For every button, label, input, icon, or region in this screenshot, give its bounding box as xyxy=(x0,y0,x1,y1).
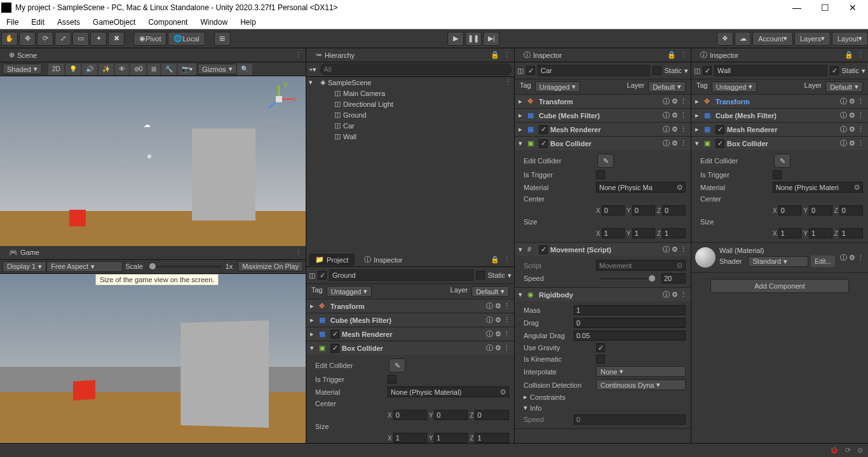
menu-help[interactable]: Help xyxy=(234,15,262,29)
fx-toggle[interactable]: ✨ xyxy=(98,64,114,75)
axis-gizmo[interactable]: y x xyxy=(260,80,298,118)
edit-collider-button[interactable]: ✎ xyxy=(774,154,790,168)
active-checkbox[interactable]: ✓ xyxy=(318,271,327,280)
menu-assets[interactable]: Assets xyxy=(51,15,86,29)
hierarchy-search-input[interactable] xyxy=(320,64,512,75)
collision-detection-dropdown[interactable]: Continuous Dyna ▾ xyxy=(596,379,686,390)
menu-window[interactable]: Window xyxy=(194,15,234,29)
create-icon[interactable]: +▾ xyxy=(309,65,316,74)
tree-item-camera[interactable]: ◫ Main Camera xyxy=(306,88,514,99)
speed-slider[interactable] xyxy=(600,278,655,280)
hidden-toggle[interactable]: ⊘0 xyxy=(130,64,147,75)
display-dropdown[interactable]: Display 1 ▾ xyxy=(3,261,46,272)
hierarchy-lock-icon[interactable]: 🔒 xyxy=(491,51,499,59)
use-gravity-checkbox[interactable]: ✓ xyxy=(596,343,605,352)
menu-gameobject[interactable]: GameObject xyxy=(86,15,142,29)
layer-dropdown[interactable]: Default▾ xyxy=(648,81,686,92)
tools-toggle[interactable]: 🔧 xyxy=(161,64,177,75)
check-icon[interactable]: ⊘ xyxy=(857,446,863,454)
cloud-icon[interactable]: ☁ xyxy=(735,32,751,46)
menu-component[interactable]: Component xyxy=(142,15,194,29)
account-dropdown[interactable]: Account ▾ xyxy=(752,32,793,46)
static-checkbox[interactable]: ✓ xyxy=(830,66,839,75)
edit-collider-button[interactable]: ✎ xyxy=(389,358,405,372)
tree-item-car[interactable]: ◫ Car xyxy=(306,120,514,131)
audio-toggle[interactable]: 🔊 xyxy=(82,64,97,75)
layer-dropdown[interactable]: Default ▾ xyxy=(471,286,509,297)
material-header[interactable]: Wall (Material) ShaderStandard ▾Edit... … xyxy=(691,243,868,273)
edit-shader-button[interactable]: Edit... xyxy=(811,256,835,267)
name-field[interactable] xyxy=(714,65,827,76)
tag-dropdown[interactable]: Untagged ▾ xyxy=(327,286,372,297)
angular-drag-field[interactable] xyxy=(574,331,686,341)
scene-tab[interactable]: ⊕ Scene xyxy=(3,49,43,61)
interpolate-dropdown[interactable]: None ▾ xyxy=(596,366,686,377)
transform-tool[interactable]: ✦ xyxy=(90,32,107,46)
layers-dropdown[interactable]: Layers ▾ xyxy=(794,32,831,46)
minimize-button[interactable]: — xyxy=(783,0,811,15)
size-z[interactable] xyxy=(475,433,509,443)
collab-icon[interactable]: ❖ xyxy=(717,32,733,46)
hand-tool[interactable]: ✋ xyxy=(1,32,18,46)
scene-root[interactable]: ▾◈ SampleScene⋮ xyxy=(306,77,514,88)
size-y[interactable] xyxy=(434,433,468,443)
aspect-dropdown[interactable]: Free Aspect ▾ xyxy=(46,261,123,272)
inspector-tab-ground[interactable]: ⓘ Inspector xyxy=(358,253,409,266)
hierarchy-menu-icon[interactable]: ⋮ xyxy=(503,51,510,59)
active-checkbox[interactable]: ✓ xyxy=(703,66,712,75)
mass-field[interactable] xyxy=(574,305,686,315)
maximize-button[interactable]: ☐ xyxy=(811,0,839,15)
layer-dropdown[interactable]: Default▾ xyxy=(825,81,863,92)
shading-mode[interactable]: Shaded ▾ xyxy=(3,64,42,74)
scale-slider[interactable] xyxy=(149,266,222,268)
speed-value[interactable] xyxy=(661,273,686,283)
static-checkbox[interactable] xyxy=(653,66,661,75)
local-toggle[interactable]: 🌐 Local xyxy=(168,32,205,46)
is-trigger-checkbox[interactable] xyxy=(388,375,397,384)
inspector-lock-icon[interactable]: 🔒 xyxy=(491,256,499,264)
drag-field[interactable] xyxy=(574,318,686,328)
pause-button[interactable]: ❚❚ xyxy=(465,32,482,46)
menu-edit[interactable]: Edit xyxy=(25,15,51,29)
center-z[interactable] xyxy=(475,410,509,420)
tag-dropdown[interactable]: Untagged▾ xyxy=(712,81,757,92)
auto-icon[interactable]: ⟳ xyxy=(845,446,851,454)
maximize-toggle[interactable]: Maximize On Play xyxy=(238,261,303,271)
project-tab[interactable]: 📁 Project xyxy=(309,254,355,266)
camera-toggle[interactable]: 📷▾ xyxy=(178,64,196,75)
menu-file[interactable]: File xyxy=(0,15,25,29)
gizmos-dropdown[interactable]: Gizmos ▾ xyxy=(198,64,236,74)
inspector-tab-wall[interactable]: ⓘ Inspector xyxy=(694,48,745,62)
tree-item-ground[interactable]: ◫ Ground xyxy=(306,109,514,120)
custom-tool[interactable]: ✖ xyxy=(108,32,125,46)
material-field[interactable]: None (Physic Material)⊙ xyxy=(388,386,509,397)
shader-dropdown[interactable]: Standard ▾ xyxy=(748,256,808,267)
snap-toggle[interactable]: ⊞ xyxy=(214,32,231,46)
bug-icon[interactable]: 🐞 xyxy=(830,446,839,454)
name-field[interactable] xyxy=(538,65,650,76)
step-button[interactable]: ▶| xyxy=(483,32,499,46)
light-toggle[interactable]: 💡 xyxy=(65,64,81,75)
game-menu-icon[interactable]: ⋮ xyxy=(295,249,302,257)
inspector-menu-icon[interactable]: ⋮ xyxy=(503,256,510,264)
game-tab[interactable]: 🎮 Game xyxy=(3,247,46,259)
edit-collider-button[interactable]: ✎ xyxy=(597,154,614,168)
center-x[interactable] xyxy=(393,410,427,420)
static-checkbox[interactable] xyxy=(476,271,485,280)
close-button[interactable]: ✕ xyxy=(839,0,867,15)
inspector-tab-car[interactable]: ⓘ Inspector xyxy=(517,48,568,62)
size-x[interactable] xyxy=(393,433,427,443)
active-checkbox[interactable]: ✓ xyxy=(526,66,535,75)
scale-tool[interactable]: ⤢ xyxy=(55,32,71,46)
center-y[interactable] xyxy=(434,410,468,420)
is-kinematic-checkbox[interactable] xyxy=(596,355,605,364)
rotate-tool[interactable]: ⟳ xyxy=(37,32,53,46)
play-button[interactable]: ▶ xyxy=(447,32,464,46)
rect-tool[interactable]: ▭ xyxy=(72,32,89,46)
scene-menu-icon[interactable]: ⋮ xyxy=(295,51,302,59)
vis-toggle[interactable]: 👁 xyxy=(115,64,129,75)
grid-toggle[interactable]: ⊞ xyxy=(147,64,160,75)
2d-toggle[interactable]: 2D xyxy=(48,64,64,75)
hierarchy-tab[interactable]: ≔ Hierarchy xyxy=(309,49,361,61)
add-component-button[interactable]: Add Component xyxy=(710,279,849,293)
